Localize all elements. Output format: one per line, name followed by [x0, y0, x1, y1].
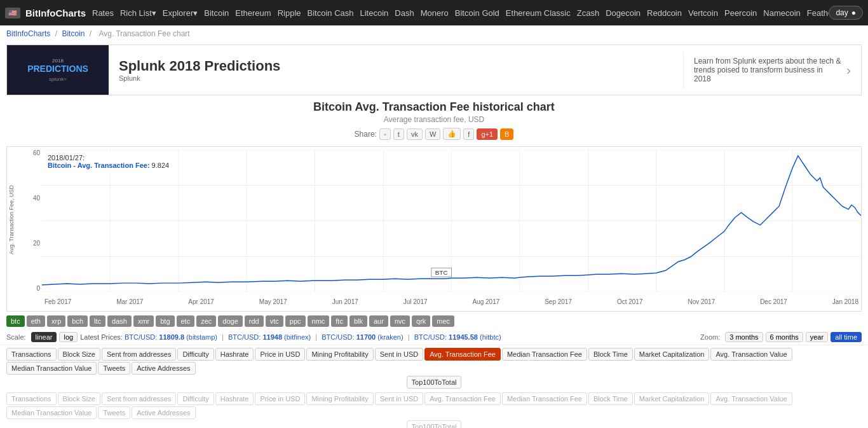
nav-richlist[interactable]: Rich List▾: [120, 8, 156, 18]
metric-median-tx-fee[interactable]: Median Transaction Fee: [502, 348, 587, 361]
nav-namecoin[interactable]: Namecoin: [763, 8, 801, 18]
price-hitbtc-link[interactable]: BTC/USD: 11945.58 (hitbtc): [414, 333, 501, 341]
nav-explorer[interactable]: Explorer▾: [163, 8, 198, 18]
zoom-alltime-button[interactable]: all time: [831, 332, 862, 342]
coin-tab-nvc[interactable]: nvc: [390, 315, 410, 327]
metric2-transactions[interactable]: Transactions: [6, 392, 57, 405]
nav-reddcoin[interactable]: Reddcoin: [647, 8, 682, 18]
nav-ethereum-classic[interactable]: Ethereum Classic: [506, 8, 571, 18]
zoom-year-button[interactable]: year: [806, 332, 828, 342]
metric-top100[interactable]: Top100ToTotal: [407, 376, 462, 389]
metric2-median-tx-fee[interactable]: Median Transaction Fee: [502, 392, 587, 405]
coin-tab-dash[interactable]: dash: [107, 315, 132, 327]
coin-tab-rdd[interactable]: rdd: [245, 315, 264, 327]
metric-tweets[interactable]: Tweets: [98, 362, 130, 375]
metric2-sent-usd[interactable]: Sent in USD: [375, 392, 424, 405]
metric-market-cap[interactable]: Market Capitalization: [634, 348, 710, 361]
share-like[interactable]: 👍: [443, 128, 461, 140]
nav-litecoin[interactable]: Litecoin: [360, 8, 389, 18]
nav-rates[interactable]: Rates: [92, 8, 114, 18]
coin-tab-etc[interactable]: etc: [177, 315, 195, 327]
share-reddit[interactable]: ◦: [379, 128, 391, 140]
nav-ethereum[interactable]: Ethereum: [235, 8, 271, 18]
coin-tab-ltc[interactable]: ltc: [90, 315, 105, 327]
coin-tab-aur[interactable]: aur: [369, 315, 388, 327]
share-twitter[interactable]: t: [393, 128, 404, 140]
metric-sent-from-addresses[interactable]: Sent from addresses: [102, 348, 177, 361]
coin-tab-blk[interactable]: blk: [349, 315, 367, 327]
metric-median-tx-value[interactable]: Median Transaction Value: [6, 362, 97, 375]
coin-tab-ftc[interactable]: ftc: [331, 315, 348, 327]
share-blogger[interactable]: B: [500, 128, 513, 140]
coin-tab-xmr[interactable]: xmr: [133, 315, 154, 327]
metric-block-size[interactable]: Block Size: [58, 348, 100, 361]
breadcrumb-home[interactable]: BitInfoCharts: [6, 29, 50, 38]
advertisement-banner[interactable]: 2018 PREDICTIONS splunk> Splunk 2018 Pre…: [6, 45, 862, 95]
day-toggle-button[interactable]: day ●: [829, 6, 863, 20]
nav-bitcoin-cash[interactable]: Bitcoin Cash: [308, 8, 354, 18]
nav-monero[interactable]: Monero: [421, 8, 449, 18]
metric2-price-usd[interactable]: Price in USD: [255, 392, 305, 405]
share-facebook[interactable]: f: [463, 128, 474, 140]
breadcrumb-coin[interactable]: Bitcoin: [62, 29, 85, 38]
share-gplus[interactable]: g+1: [477, 128, 498, 140]
coin-tab-btg[interactable]: btg: [156, 315, 174, 327]
coin-tab-ppc[interactable]: ppc: [285, 315, 306, 327]
nav-dash[interactable]: Dash: [395, 8, 414, 18]
metric2-top100[interactable]: Top100ToTotal: [407, 420, 462, 428]
coin-tab-bch[interactable]: bch: [67, 315, 88, 327]
metric2-market-cap[interactable]: Market Capitalization: [634, 392, 710, 405]
metric2-hashrate[interactable]: Hashrate: [215, 392, 254, 405]
metric-difficulty[interactable]: Difficulty: [177, 348, 214, 361]
metric-hashrate[interactable]: Hashrate: [215, 348, 254, 361]
metric2-sent-from-addresses[interactable]: Sent from addresses: [102, 392, 177, 405]
metric2-difficulty[interactable]: Difficulty: [177, 392, 214, 405]
chart-svg: BTC: [42, 149, 861, 292]
nav-ripple[interactable]: Ripple: [278, 8, 301, 18]
metric2-block-time[interactable]: Block Time: [588, 392, 633, 405]
coin-tab-vtc[interactable]: vtc: [266, 315, 283, 327]
nav-bitcoin[interactable]: Bitcoin: [204, 8, 229, 18]
zoom-6months-button[interactable]: 6 months: [766, 332, 803, 342]
nav-feathercoin[interactable]: Feathercoin: [807, 8, 829, 18]
metric2-block-size[interactable]: Block Size: [58, 392, 100, 405]
metric-block-time[interactable]: Block Time: [588, 348, 633, 361]
price-kraken-link[interactable]: BTC/USD: 11700 (kraken): [322, 333, 403, 341]
metric-sent-usd[interactable]: Sent in USD: [375, 348, 424, 361]
metric2-tweets[interactable]: Tweets: [98, 406, 130, 419]
coin-tab-mec[interactable]: mec: [432, 315, 454, 327]
metric-price-usd[interactable]: Price in USD: [255, 348, 305, 361]
metric-transactions[interactable]: Transactions: [6, 348, 57, 361]
toggle-icon: ●: [851, 8, 856, 17]
site-logo[interactable]: BitInfoCharts: [25, 8, 86, 18]
scale-log-button[interactable]: log: [59, 332, 78, 342]
coin-tab-nmc[interactable]: nmc: [308, 315, 330, 327]
nav-peercoin[interactable]: Peercoin: [724, 8, 757, 18]
nav-vertcoin[interactable]: Vertcoin: [688, 8, 718, 18]
price-bitfinex-link[interactable]: BTC/USD: 11948 (bitfinex): [228, 333, 311, 341]
metric2-avg-tx-value[interactable]: Avg. Transaction Value: [710, 392, 792, 405]
scale-linear-button[interactable]: linear: [31, 332, 57, 342]
metric-avg-tx-fee[interactable]: Avg. Transaction Fee: [424, 348, 501, 361]
coin-tab-xrp[interactable]: xrp: [47, 315, 65, 327]
zoom-3months-button[interactable]: 3 months: [725, 332, 763, 342]
coin-tab-doge[interactable]: doge: [218, 315, 242, 327]
share-wiki[interactable]: W: [425, 128, 440, 140]
nav-dogecoin[interactable]: Dogecoin: [606, 8, 641, 18]
metric-mining-profitability[interactable]: Mining Profitability: [306, 348, 373, 361]
metric2-median-tx-value[interactable]: Median Transaction Value: [6, 406, 97, 419]
metric-avg-tx-value[interactable]: Avg. Transaction Value: [710, 348, 792, 361]
metric2-mining-profitability[interactable]: Mining Profitability: [306, 392, 373, 405]
metric2-avg-tx-fee[interactable]: Avg. Transaction Fee: [424, 392, 501, 405]
coin-tab-zec[interactable]: zec: [196, 315, 216, 327]
nav-bitcoin-gold[interactable]: Bitcoin Gold: [455, 8, 499, 18]
coin-tab-qrk[interactable]: qrk: [412, 315, 430, 327]
share-vk[interactable]: vk: [407, 128, 423, 140]
nav-zcash[interactable]: Zcash: [577, 8, 599, 18]
price-bitstamp-link[interactable]: BTC/USD: 11809.8 (bitstamp): [125, 333, 217, 341]
flag-icon[interactable]: 🇺🇸: [5, 8, 20, 18]
coin-tab-eth[interactable]: eth: [27, 315, 45, 327]
coin-tab-btc[interactable]: btc: [6, 315, 25, 327]
metric-active-addresses[interactable]: Active Addresses: [132, 362, 195, 375]
metric2-active-addresses[interactable]: Active Addresses: [132, 406, 195, 419]
